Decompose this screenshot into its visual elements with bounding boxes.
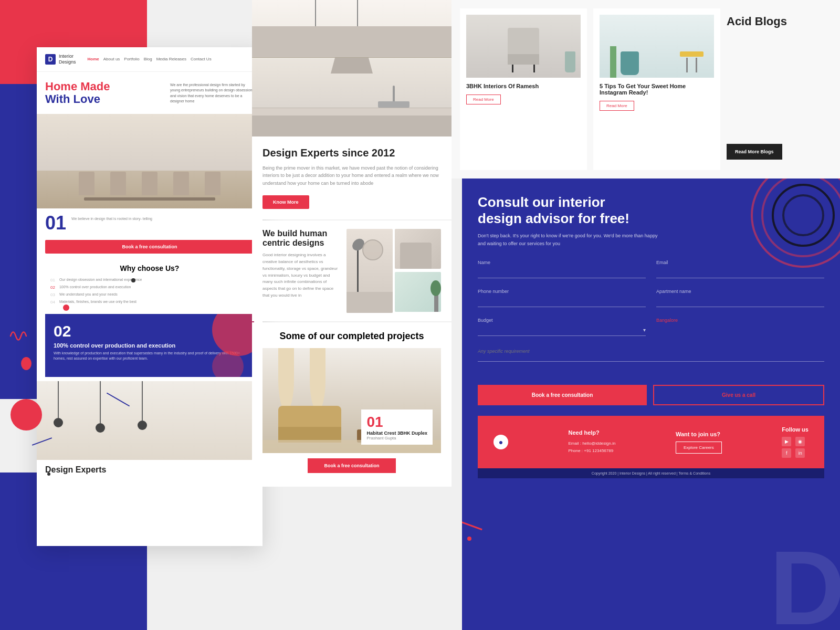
why-item-3: 03 We understand you and your needs — [50, 292, 254, 297]
chair-1 — [79, 172, 94, 195]
middle-column: Design Experts since 2012 Being the prim… — [252, 0, 452, 630]
ceiling-light-2-bulb — [96, 423, 105, 433]
project-name: Habitat Crest 3BHK Duplex — [366, 430, 427, 436]
blog-1-title: 3BHK Interiors Of Ramesh — [466, 83, 581, 89]
why-text-2: 100% control over production and executi… — [59, 285, 131, 290]
dining-table — [84, 197, 215, 201]
city-value: Bangalore — [656, 318, 824, 323]
nav-link-blog[interactable]: Blog — [144, 57, 152, 61]
why-num-1: 01 — [50, 278, 55, 282]
book-free-consultation-button[interactable]: Book a free consultation — [308, 458, 395, 473]
why-text-4: Materials, finishes, brands we use only … — [59, 300, 136, 304]
human-centric-section: We build human centric designs Good inte… — [252, 220, 452, 321]
footer-email-label: Email : — [568, 441, 581, 446]
deco-pink-line — [462, 518, 482, 530]
sink — [378, 101, 410, 108]
chair-seat-piece — [508, 54, 539, 65]
logo-text: Interior Designs — [59, 54, 76, 65]
apartment-input[interactable] — [656, 297, 824, 307]
blog-vase — [565, 51, 575, 72]
nav-link-about[interactable]: About us — [103, 57, 120, 61]
consultation-title: Consult our interior design advisor for … — [478, 194, 635, 227]
hero-text: Home Made With Love — [45, 80, 164, 106]
deco-red-blob — [21, 357, 32, 370]
instagram-icon[interactable]: ◉ — [795, 437, 805, 446]
why-list: 01 Our design obsession and internationa… — [45, 278, 254, 304]
blog-plant-2 — [610, 46, 616, 78]
nav-link-portfolio[interactable]: Portfolio — [124, 57, 139, 61]
phone-label: Phone number — [478, 289, 646, 294]
why-title: Why choose Us? — [45, 264, 254, 272]
hero-description: We are the professional design firm star… — [170, 82, 254, 106]
human-centric-text: We build human centric designs Good inte… — [262, 229, 338, 313]
wall — [37, 114, 262, 171]
deco-red-dot-small — [63, 304, 69, 311]
requirement-field — [478, 346, 824, 364]
footer-phone-value: +91 123456789 — [584, 448, 613, 453]
hero-title-line2: With Love — [45, 92, 100, 106]
nav-link-home[interactable]: Home — [88, 57, 99, 61]
budget-field: Budget ▾ — [478, 318, 646, 336]
acid-blogs-title: Acid Blogs — [727, 15, 832, 28]
blog-stool-figure — [680, 51, 704, 72]
chairs-row — [71, 172, 228, 195]
nav-bar: D Interior Designs Home About us Portfol… — [37, 47, 262, 72]
why-item-4: 04 Materials, finishes, brands we use on… — [50, 300, 254, 304]
step-01-text: We believe in design that is rooted in s… — [71, 216, 152, 222]
footer-join-title: Want to join us? — [676, 431, 722, 437]
footer-need-help-title: Need help? — [568, 429, 615, 436]
read-more-blogs-button[interactable]: Read More Blogs — [727, 144, 782, 160]
ceiling-light-2-cord — [100, 381, 101, 423]
book-consultation-button[interactable]: Book a free consultation — [45, 240, 254, 254]
hero-section: Home Made With Love We are the professio… — [37, 72, 262, 114]
footer-need-help: Need help? Email : hello@iddesign.in Pho… — [568, 429, 615, 455]
blog-image-2 — [600, 15, 714, 78]
explore-careers-button[interactable]: Explore Careers — [676, 442, 722, 454]
hero-title: Home Made With Love — [45, 80, 164, 106]
hc-image-1 — [346, 229, 393, 313]
give-us-call-button[interactable]: Give us a call — [653, 385, 824, 405]
phone-field: Phone number — [478, 289, 646, 307]
design-experts-title: Design Experts since 2012 — [262, 147, 441, 159]
dining-room-scene — [37, 114, 262, 208]
blogs-right-panel: Acid Blogs Read More Blogs — [727, 8, 832, 170]
budget-select[interactable] — [478, 326, 646, 336]
name-input[interactable] — [478, 268, 646, 278]
stool-top-piece — [680, 51, 704, 57]
nav-link-contact[interactable]: Contact Us — [191, 57, 212, 61]
why-item-2: 02 100% control over production and exec… — [50, 285, 254, 290]
requirement-textarea[interactable] — [478, 346, 824, 362]
project-owner: Prashant Gupta — [366, 436, 427, 440]
human-centric-images — [346, 229, 441, 313]
nav-link-media[interactable]: Media Releases — [156, 57, 186, 61]
footer-logo-area: ● — [494, 435, 508, 449]
stool-legs-piece — [680, 58, 704, 72]
feature-box: 02 100% control over production and exec… — [45, 314, 254, 377]
blog-2-read-more-button[interactable]: Read More — [600, 101, 634, 111]
why-text-1: Our design obsession and international e… — [59, 278, 142, 282]
completed-projects-section: Some of our completed projects 01 Habita… — [252, 322, 452, 487]
curtain-left — [278, 348, 294, 411]
book-consultation-submit-button[interactable]: Book a free consultation — [478, 385, 647, 405]
name-label: Name — [478, 260, 646, 265]
know-more-button[interactable]: Know More — [262, 195, 309, 209]
dining-room-image — [37, 114, 262, 208]
budget-label: Budget — [478, 318, 646, 323]
footer-phone: Phone : +91 123456789 — [568, 447, 615, 455]
chair-legs-piece — [508, 65, 539, 72]
step-01-number: 01 — [45, 214, 66, 233]
facebook-icon[interactable]: f — [782, 448, 791, 458]
blog-1-read-more-button[interactable]: Read More — [466, 94, 501, 104]
acid-blogs-header: Acid Blogs — [727, 8, 832, 35]
website-mockup: D Interior Designs Home About us Portfol… — [37, 47, 262, 546]
blogs-section: 3BHK Interiors Of Ramesh Read More 5 Tip… — [452, 0, 840, 178]
stool-leg-2 — [696, 58, 697, 72]
phone-input[interactable] — [478, 297, 646, 307]
chair-2 — [110, 172, 126, 195]
youtube-icon[interactable]: ▶ — [782, 437, 791, 446]
chair-3 — [142, 172, 158, 195]
social-icons-group: ▶ ◉ f in — [782, 437, 808, 458]
lower-room-bg — [37, 381, 262, 460]
deco-dark-dot-2 — [47, 472, 50, 476]
linkedin-icon[interactable]: in — [795, 448, 805, 458]
